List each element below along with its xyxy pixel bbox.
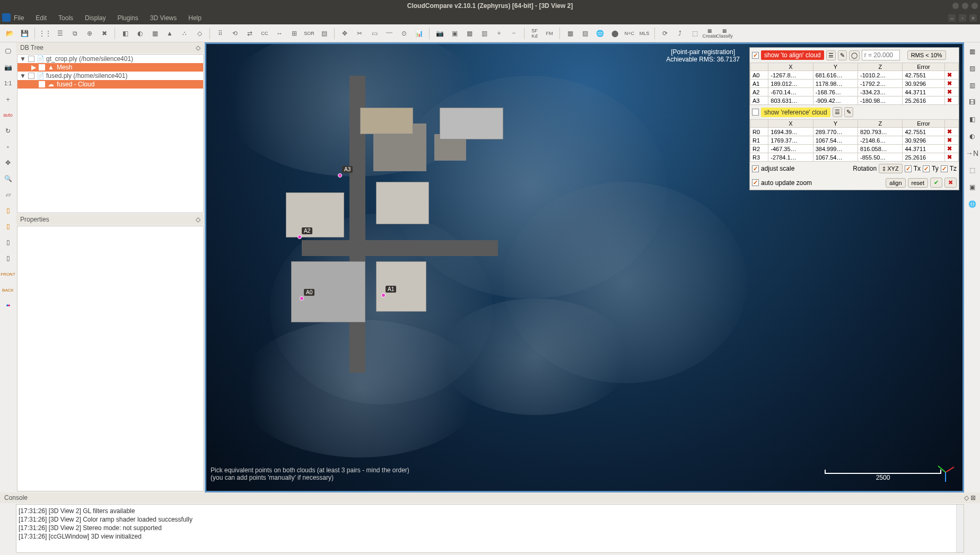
table-row[interactable]: R3-2784.1…1067.54…-855.50…25.2616✖ — [750, 153, 959, 162]
minus-icon[interactable]: － — [508, 27, 520, 40]
rtool-north-icon[interactable]: →N — [966, 147, 978, 159]
sf-kd-icon[interactable]: SFKd — [528, 27, 541, 40]
menu-help[interactable]: Help — [188, 14, 202, 22]
delete-row-icon[interactable]: ✖ — [944, 96, 958, 105]
fm-icon[interactable]: FM — [543, 27, 556, 40]
menu-tools[interactable]: Tools — [58, 14, 73, 22]
delete-row-icon[interactable]: ✖ — [944, 80, 958, 88]
auto-zoom-checkbox[interactable] — [752, 179, 759, 186]
cube-icon[interactable]: ▫ — [2, 141, 14, 153]
tx-checkbox[interactable] — [905, 165, 912, 172]
subsample-icon[interactable]: ⠿ — [214, 27, 226, 40]
plugin3-icon[interactable]: 🌐 — [593, 27, 606, 40]
rtool6-icon[interactable]: ⬚ — [966, 164, 978, 176]
radius-input[interactable] — [862, 50, 900, 60]
show-ref-checkbox[interactable] — [752, 109, 759, 116]
view-right-icon[interactable]: ▯ — [2, 236, 14, 248]
tree-item-gtcrop[interactable]: ▼📄 gt_crop.ply (/home/silence401) — [18, 55, 203, 63]
octree-icon[interactable]: ▦ — [148, 27, 161, 40]
view-left-icon[interactable]: ▯ — [2, 221, 14, 232]
mdi-maximize[interactable]: ▫ — [959, 14, 966, 22]
view-bottom-icon[interactable]: FRONT — [2, 268, 14, 280]
mesh-icon[interactable]: ▲ — [163, 27, 176, 40]
color-icon[interactable]: ◧ — [119, 27, 132, 40]
rtool3-icon[interactable]: ▥ — [966, 80, 978, 91]
save-icon[interactable]: 💾 — [18, 27, 31, 40]
create-icon[interactable]: ▦Create — [703, 27, 716, 40]
tz-checkbox[interactable] — [941, 165, 948, 172]
show-align-checkbox[interactable] — [752, 52, 759, 59]
tree-item-fused-cloud[interactable]: ☁ fused - Cloud — [18, 80, 203, 89]
console-undock-icon[interactable]: ◇ — [964, 494, 969, 501]
rotate-icon[interactable]: ↻ — [2, 125, 14, 137]
marker-a2[interactable] — [298, 235, 302, 239]
reset-button[interactable]: reset — [908, 178, 928, 188]
rtool7-icon[interactable]: ▣ — [966, 181, 978, 193]
align-icon[interactable]: ⇄ — [243, 27, 256, 40]
table-row[interactable]: A0-1267.8…681.616…-1010.2…42.7551✖ — [750, 71, 959, 80]
minimize-button[interactable] — [952, 3, 959, 9]
menu-file[interactable]: File — [14, 14, 24, 22]
properties-undock-icon[interactable]: ◇ — [196, 216, 200, 223]
sphere-toggle-icon[interactable]: ◯ — [849, 50, 860, 60]
pointsize-icon[interactable]: ⋮⋮ — [39, 27, 51, 40]
console-close-icon[interactable]: ⊠ — [970, 494, 976, 501]
tool1-icon[interactable]: ▣ — [448, 27, 461, 40]
marker-a1[interactable] — [381, 293, 386, 297]
table-row[interactable]: R2-467.35…384.999…816.058…44.3711✖ — [750, 145, 959, 153]
mls-icon[interactable]: MLS — [638, 27, 651, 40]
camera2-icon[interactable]: 📷 — [2, 61, 14, 73]
plugin1-icon[interactable]: ▦ — [564, 27, 576, 40]
trace-icon[interactable]: 〰 — [383, 27, 396, 40]
pointpick-icon[interactable]: ⊙ — [398, 27, 410, 40]
normals-icon[interactable]: ◐ — [134, 27, 146, 40]
table-row[interactable]: A1189.012…1178.98…-1792.2…30.9296✖ — [750, 80, 959, 88]
delete-row-icon[interactable]: ✖ — [944, 128, 958, 136]
marker-a3[interactable] — [338, 173, 342, 178]
table-row[interactable]: R11769.37…1067.54…-2148.6…30.9296✖ — [750, 136, 959, 145]
close-button[interactable] — [972, 3, 978, 9]
ref-list-icon[interactable]: ☰ — [833, 107, 842, 117]
plus-icon[interactable]: ＋ — [493, 27, 505, 40]
ref-pencil-icon[interactable]: ✎ — [844, 107, 853, 117]
menu-display[interactable]: Display — [85, 14, 106, 22]
delete-row-icon[interactable]: ✖ — [944, 136, 958, 145]
delete-row-icon[interactable]: ✖ — [944, 88, 958, 96]
zoom-icon[interactable]: 🔍 — [2, 173, 14, 184]
move-icon[interactable]: ✥ — [2, 157, 14, 169]
rms-threshold-button[interactable]: RMS < 10% — [907, 50, 946, 60]
delete-row-icon[interactable]: ✖ — [944, 153, 958, 162]
cc-label-icon[interactable]: CC — [258, 27, 271, 40]
camera-icon[interactable]: 📷 — [433, 27, 446, 40]
view-front-icon[interactable]: ▯ — [2, 205, 14, 216]
view-iso-icon[interactable]: BACK — [2, 284, 14, 296]
rtool-film-icon[interactable]: 🎞 — [966, 96, 978, 108]
plugin-sphere-icon[interactable]: ⬤ — [608, 27, 621, 40]
register-icon[interactable]: ⟲ — [229, 27, 241, 40]
table-row[interactable]: A2-670.14…-168.76…-334.23…44.3711✖ — [750, 88, 959, 96]
menu-edit[interactable]: Edit — [36, 14, 47, 22]
view-default-icon[interactable]: 🖵 — [2, 46, 14, 57]
3d-viewport[interactable]: A0 A1 A2 A3 [Point-pair registration] Ac… — [205, 42, 964, 492]
maximize-button[interactable] — [962, 3, 968, 9]
sor-icon[interactable]: SOR — [303, 27, 316, 40]
sf-icon[interactable]: ▤ — [318, 27, 330, 40]
plugin5-icon[interactable]: ⤴ — [673, 27, 686, 40]
rtool4-icon[interactable]: ◧ — [966, 113, 978, 125]
plugin2-icon[interactable]: ▨ — [579, 27, 591, 40]
merge-icon[interactable]: ⊕ — [83, 27, 96, 40]
flickr-icon[interactable]: •• — [2, 300, 14, 312]
rtool5-icon[interactable]: ◐ — [966, 130, 978, 142]
rtool1-icon[interactable]: ▦ — [966, 46, 978, 57]
plugin4-icon[interactable]: ⟳ — [659, 27, 671, 40]
table-row[interactable]: R01694.39…289.770…820.793…42.7551✖ — [750, 128, 959, 136]
delete-row-icon[interactable]: ✖ — [944, 145, 958, 153]
mdi-close[interactable]: × — [969, 14, 977, 22]
properties-panel[interactable] — [17, 226, 204, 491]
distance-icon[interactable]: ↔ — [273, 27, 286, 40]
clone-icon[interactable]: ⧉ — [68, 27, 81, 40]
ty-checkbox[interactable] — [923, 165, 930, 172]
menu-plugins[interactable]: Plugins — [117, 14, 138, 22]
tree-item-mesh[interactable]: ▶▲ Mesh — [18, 63, 203, 72]
ratio-icon[interactable]: 1:1 — [2, 77, 14, 89]
